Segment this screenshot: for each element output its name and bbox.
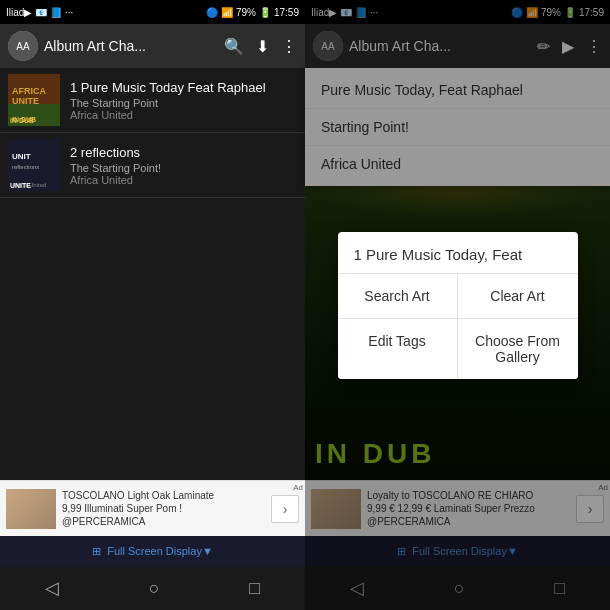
clear-art-button[interactable]: Clear Art [458,274,578,319]
left-panel: Iliad▶ 📧 📘 ··· 🔵 📶 79% 🔋 17:59 AA Album … [0,0,305,610]
time-left: 17:59 [274,7,299,18]
dialog-title-row: 1 Pure Music Today, Feat [338,232,578,274]
svg-text:UNITE: UNITE [12,96,39,106]
app-avatar-left: AA [8,31,38,61]
search-art-button[interactable]: Search Art [338,274,458,319]
nav-bar-left: ◁ ○ □ [0,566,305,610]
full-screen-bar-left[interactable]: ⊞ Full Screen Display▼ [0,536,305,566]
track-item-1[interactable]: IN DUB AFRICA UNITE 1 Pure Music Today F… [0,68,305,133]
wifi-icon-left: 📶 [221,7,233,18]
svg-text:AA: AA [16,41,30,52]
download-icon[interactable]: ⬇ [256,37,269,56]
status-right-left: 🔵 📶 79% 🔋 17:59 [206,7,299,18]
track-album-1: Africa United [70,109,297,121]
full-screen-label-left: Full Screen Display▼ [107,545,213,557]
carrier-left: Iliad▶ [6,7,32,18]
choose-from-gallery-button[interactable]: Choose From Gallery [458,319,578,379]
bluetooth-icon-left: 🔵 [206,7,218,18]
track-album-2: Africa United [70,174,297,186]
back-button-left[interactable]: ◁ [45,577,59,599]
ad-banner-left: TOSCOLANO Light Oak Laminate 9,99 Illumi… [0,480,305,536]
dialog-title: 1 Pure Music Today, Feat [354,246,562,263]
track-info-1: 1 Pure Music Today Feat Raphael The Star… [70,80,297,121]
track-list: IN DUB AFRICA UNITE 1 Pure Music Today F… [0,68,305,480]
notification-icons-left: 📧 📘 ··· [35,7,73,18]
track-info-2: 2 reflections The Starting Point! Africa… [70,145,297,186]
battery-left: 79% [236,7,256,18]
recent-button-left[interactable]: □ [249,578,260,599]
ad-arrow-left[interactable]: › [271,495,299,523]
ad-image-left [6,489,56,529]
svg-text:AFRICA: AFRICA [12,86,46,96]
svg-text:IN DUB: IN DUB [12,116,36,123]
dialog-overlay: 1 Pure Music Today, Feat Search Art Clea… [305,0,610,610]
svg-text:UNIT: UNIT [12,152,31,161]
track-subtitle-2: The Starting Point! [70,162,297,174]
status-bar-left: Iliad▶ 📧 📘 ··· 🔵 📶 79% 🔋 17:59 [0,0,305,24]
svg-rect-3 [8,104,60,126]
dialog-buttons: Search Art Clear Art Edit Tags Choose Fr… [338,274,578,379]
battery-icon-left: 🔋 [259,7,271,18]
edit-tags-button[interactable]: Edit Tags [338,319,458,379]
track-thumb-1: IN DUB AFRICA UNITE [8,74,60,126]
toolbar-icons-left: 🔍 ⬇ ⋮ [224,37,297,56]
right-panel: Iliad▶ 📧 📘 ··· 🔵 📶 79% 🔋 17:59 AA Album … [305,0,610,610]
track-title-2: 2 reflections [70,145,297,160]
ad-content-left: TOSCOLANO Light Oak Laminate 9,99 Illumi… [6,489,271,529]
svg-text:Africa United: Africa United [12,182,46,188]
more-icon-left[interactable]: ⋮ [281,37,297,56]
ad-text-left: TOSCOLANO Light Oak Laminate 9,99 Illumi… [62,489,214,528]
track-item-2[interactable]: UNIT reflections Africa United 2 reflect… [0,133,305,198]
home-button-left[interactable]: ○ [149,578,160,599]
track-thumb-2: UNIT reflections Africa United [8,139,60,191]
app-title-left: Album Art Cha... [44,38,218,54]
fullscreen-icon-left: ⊞ [92,545,101,558]
status-left: Iliad▶ 📧 📘 ··· [6,7,73,18]
svg-text:reflections: reflections [12,164,39,170]
left-toolbar: AA Album Art Cha... 🔍 ⬇ ⋮ [0,24,305,68]
track-title-1: 1 Pure Music Today Feat Raphael [70,80,297,95]
track-subtitle-1: The Starting Point [70,97,297,109]
ad-badge-left: Ad [293,483,303,492]
search-icon[interactable]: 🔍 [224,37,244,56]
action-dialog: 1 Pure Music Today, Feat Search Art Clea… [338,232,578,379]
